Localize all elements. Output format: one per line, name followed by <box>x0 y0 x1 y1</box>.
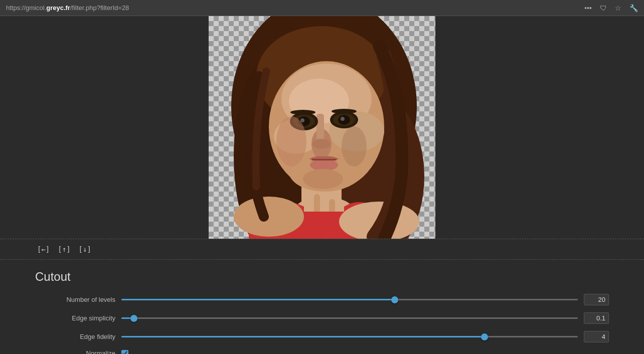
svg-point-17 <box>300 118 304 122</box>
edge-simplicity-row: Edge simplicity <box>35 312 609 324</box>
number-of-levels-value[interactable] <box>584 294 609 305</box>
filter-title: Cutout <box>35 270 609 284</box>
svg-point-13 <box>312 139 331 149</box>
nav-down-button[interactable]: [↓] <box>77 244 93 254</box>
edge-simplicity-label: Edge simplicity <box>35 314 115 322</box>
edge-simplicity-value[interactable] <box>584 312 609 324</box>
edge-simplicity-slider-container <box>121 313 578 323</box>
portrait-image <box>209 16 435 239</box>
svg-point-35 <box>276 116 306 166</box>
normalize-checkbox-container <box>121 350 128 355</box>
edge-simplicity-slider[interactable] <box>121 317 578 319</box>
edge-fidelity-label: Edge fidelity <box>35 333 115 340</box>
svg-point-36 <box>342 126 367 166</box>
normalize-checkbox[interactable] <box>121 350 128 355</box>
edge-fidelity-value[interactable] <box>584 331 609 342</box>
svg-rect-12 <box>316 114 324 141</box>
settings-icon[interactable]: 🔧 <box>629 4 638 12</box>
more-icon[interactable]: ••• <box>584 4 592 12</box>
main-content: [←] [↑] [↓] Cutout Number of levels Edge… <box>0 16 644 354</box>
svg-point-18 <box>290 110 315 115</box>
filter-panel: Cutout Number of levels Edge simplicity … <box>0 260 644 354</box>
shield-icon[interactable]: 🛡 <box>600 4 607 12</box>
image-area <box>0 16 644 239</box>
number-of-levels-slider-container <box>121 295 578 305</box>
edge-fidelity-row: Edge fidelity <box>35 331 609 342</box>
browser-bar: https://gmicol.greyc.fr/filter.php?filte… <box>0 0 644 16</box>
canvas-container <box>209 16 435 239</box>
svg-rect-25 <box>311 159 337 160</box>
svg-point-22 <box>341 117 345 121</box>
nav-buttons: [←] [↑] [↓] <box>0 239 644 260</box>
browser-icons: ••• 🛡 ☆ 🔧 <box>584 4 638 12</box>
number-of-levels-slider[interactable] <box>121 299 578 300</box>
svg-point-23 <box>332 109 357 114</box>
nav-left-button[interactable]: [←] <box>35 244 52 254</box>
normalize-label: Normalize <box>35 349 115 354</box>
svg-point-26 <box>303 169 343 189</box>
normalize-row: Normalize <box>35 349 609 354</box>
number-of-levels-row: Number of levels <box>35 294 609 305</box>
star-icon[interactable]: ☆ <box>615 4 621 12</box>
edge-fidelity-slider-container <box>121 332 578 342</box>
url-bar[interactable]: https://gmicol.greyc.fr/filter.php?filte… <box>6 4 129 12</box>
edge-fidelity-slider[interactable] <box>121 336 578 337</box>
number-of-levels-label: Number of levels <box>35 296 115 303</box>
nav-up-button[interactable]: [↑] <box>56 244 72 254</box>
